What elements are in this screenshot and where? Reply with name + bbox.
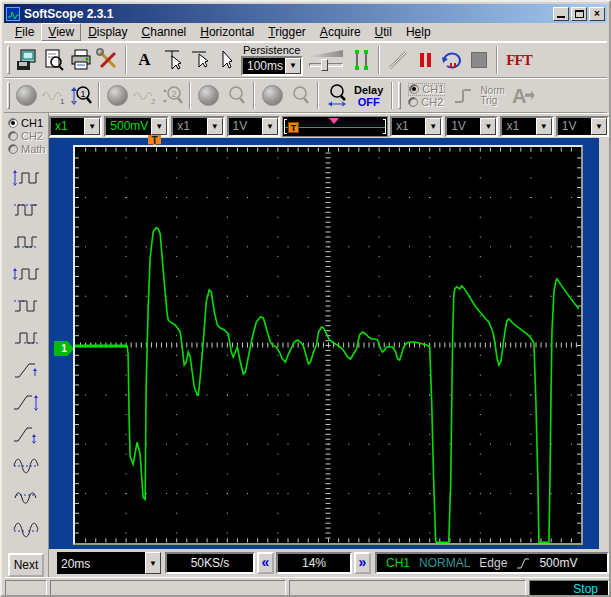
fft-button[interactable]: FFT xyxy=(502,47,536,74)
menu-help[interactable]: Help xyxy=(399,23,438,41)
persistence-select[interactable]: 100ms ▼ xyxy=(241,56,303,76)
ch2-probe-select[interactable]: x1 ▼ xyxy=(171,116,224,137)
ch2-position-knob[interactable] xyxy=(104,82,131,109)
sine-mid-tool[interactable] xyxy=(8,451,44,481)
cursor-track-button[interactable] xyxy=(158,47,185,74)
chevron-down-icon[interactable]: ▼ xyxy=(145,552,161,574)
ch2-scale-select[interactable]: 1V ▼ xyxy=(227,116,280,137)
menu-channel[interactable]: Channel xyxy=(135,23,194,41)
pulse-top-tool[interactable] xyxy=(8,291,44,321)
aux1-scale-value: 1V xyxy=(447,118,480,135)
delay-value: OFF xyxy=(354,96,383,108)
ch1-waveform-button[interactable]: 1 xyxy=(40,82,67,109)
delay-control[interactable]: Delay OFF xyxy=(354,84,383,108)
settings-button[interactable] xyxy=(94,47,121,74)
menu-acquire[interactable]: Acquire xyxy=(313,23,368,41)
square-amplitude-tool[interactable] xyxy=(8,259,44,289)
title-bar[interactable]: SoftScope 2.3.1 × xyxy=(4,4,607,23)
sine-peak-tool[interactable] xyxy=(8,483,44,513)
rise-amplitude-tool[interactable] xyxy=(8,387,44,417)
app-icon xyxy=(6,7,20,21)
ch2-waveform-button[interactable]: 2 xyxy=(131,82,158,109)
channel-ch2-radio[interactable]: CH2 xyxy=(8,129,48,142)
menu-view[interactable]: View xyxy=(41,23,81,41)
chevron-down-icon[interactable]: ▼ xyxy=(480,118,496,135)
cursor-hbar-button[interactable] xyxy=(185,47,212,74)
scroll-left-button[interactable]: « xyxy=(257,552,274,574)
trigger-edge-button[interactable] xyxy=(449,82,476,109)
pause-button[interactable] xyxy=(411,47,438,74)
aux1-probe-select[interactable]: x1 ▼ xyxy=(390,116,443,137)
sine-cycle-tool[interactable] xyxy=(8,515,44,545)
chevron-down-icon[interactable]: ▼ xyxy=(207,118,223,135)
aux2-scale-value: 1V xyxy=(558,118,591,135)
ch1-vertical-zoom-button[interactable]: 1 xyxy=(67,82,94,109)
chevron-down-icon[interactable]: ▼ xyxy=(151,118,167,135)
square-scale-tool[interactable] xyxy=(8,163,44,193)
ch1-position-knob[interactable] xyxy=(13,82,40,109)
trigger-position-pointer-icon[interactable] xyxy=(329,118,339,124)
trigger-source-ch2[interactable]: CH2 xyxy=(408,96,445,109)
ref-vertical-zoom-button[interactable] xyxy=(286,82,313,109)
continuous-acquire-button[interactable] xyxy=(438,47,465,74)
minimize-button[interactable] xyxy=(553,7,569,21)
menu-horizontal[interactable]: Horizontal xyxy=(193,23,261,41)
annotate-button[interactable]: A xyxy=(131,47,158,74)
print-button[interactable] xyxy=(67,47,94,74)
softscope-window: SoftScope 2.3.1 × File View Display Chan… xyxy=(0,0,611,597)
aux2-scale-select[interactable]: 1V ▼ xyxy=(556,116,609,137)
square-base-tool[interactable] xyxy=(8,227,44,257)
slider-thumb[interactable] xyxy=(321,59,328,71)
norm-trig-label[interactable]: Norm Trig xyxy=(480,86,504,106)
auto-trigger-button[interactable]: A xyxy=(509,82,536,109)
math-vertical-zoom-button[interactable] xyxy=(222,82,249,109)
run-button[interactable] xyxy=(384,47,411,74)
cursors-button[interactable] xyxy=(347,47,374,74)
edge-level-tool[interactable] xyxy=(8,419,44,449)
menu-util[interactable]: Util xyxy=(368,23,399,41)
chevron-down-icon[interactable]: ▼ xyxy=(425,118,441,135)
chevron-down-icon[interactable]: ▼ xyxy=(285,58,301,74)
chevron-down-icon[interactable]: ▼ xyxy=(262,118,278,135)
timebase-select[interactable]: 20ms ▼ xyxy=(57,552,161,574)
close-button[interactable]: × xyxy=(589,7,605,21)
rise-time-tool[interactable] xyxy=(8,355,44,385)
cursor-pointer-button[interactable] xyxy=(212,47,239,74)
math-position-knob[interactable] xyxy=(195,82,222,109)
ch1-probe-select[interactable]: x1 ▼ xyxy=(49,116,102,137)
persistence-slider[interactable] xyxy=(309,48,343,72)
window-title: SoftScope 2.3.1 xyxy=(24,7,551,21)
menu-file[interactable]: File xyxy=(8,23,41,41)
next-button[interactable]: Next xyxy=(8,553,44,577)
horizontal-zoom-button[interactable] xyxy=(323,82,350,109)
toolbar-grip[interactable] xyxy=(7,82,10,108)
menu-bar: File View Display Channel Horizontal Tri… xyxy=(4,23,607,42)
trigger-time-marker[interactable]: T xyxy=(288,122,299,133)
maximize-button[interactable] xyxy=(571,7,587,21)
text-annotation-icon: A xyxy=(138,50,150,70)
toolbar-grip[interactable] xyxy=(7,46,10,73)
aux2-probe-select[interactable]: x1 ▼ xyxy=(500,116,553,137)
trigger-source-ch1[interactable]: CH1 xyxy=(408,83,445,96)
pulse-base-tool[interactable] xyxy=(8,323,44,353)
menu-display[interactable]: Display xyxy=(81,23,134,41)
chevron-down-icon[interactable]: ▼ xyxy=(84,118,100,135)
trigger-position-bar[interactable]: T xyxy=(282,116,388,137)
chevron-down-icon[interactable]: ▼ xyxy=(536,118,552,135)
export-button[interactable] xyxy=(13,47,40,74)
scroll-right-button[interactable]: » xyxy=(354,552,371,574)
toolbar-grip[interactable] xyxy=(398,82,401,108)
stop-acquire-button[interactable] xyxy=(465,47,492,74)
ch2-vertical-zoom-button[interactable]: 2 xyxy=(158,82,185,109)
ref-position-knob[interactable] xyxy=(259,82,286,109)
menu-trigger[interactable]: Trigger xyxy=(261,23,313,41)
waveform-display[interactable] xyxy=(73,145,583,545)
ch1-ground-marker[interactable]: 1 xyxy=(54,341,74,356)
square-top-tool[interactable] xyxy=(8,195,44,225)
ch1-scale-select[interactable]: 500mV ▼ xyxy=(104,116,169,137)
chevron-down-icon[interactable]: ▼ xyxy=(591,118,607,135)
print-preview-button[interactable] xyxy=(40,47,67,74)
channel-math-radio[interactable]: Math xyxy=(8,142,48,155)
channel-ch1-radio[interactable]: CH1 xyxy=(8,116,48,129)
aux1-scale-select[interactable]: 1V ▼ xyxy=(445,116,498,137)
